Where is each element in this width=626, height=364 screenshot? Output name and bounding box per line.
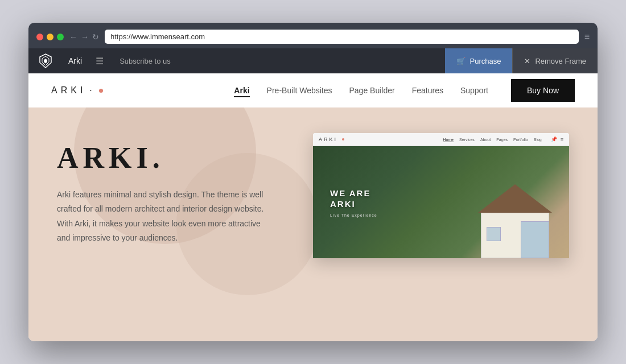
back-button[interactable]: ← (69, 33, 77, 41)
mini-nav-links: Home Services About Pages Portfolio Blog (443, 138, 541, 142)
mini-browser-bar: ARKI Home Services About Pages Portfolio… (313, 133, 569, 146)
minimize-button[interactable] (47, 34, 53, 40)
nav-item-pagebuilder[interactable]: Page Builder (349, 85, 395, 96)
nav-link-pagebuilder[interactable]: Page Builder (349, 86, 395, 95)
nav-item-features[interactable]: Features (412, 85, 443, 96)
mini-nav-services: Services (459, 138, 475, 142)
mini-hero-sub: Live The Experience (330, 213, 377, 217)
nav-link-support[interactable]: Support (460, 86, 488, 95)
nav-item-support[interactable]: Support (460, 85, 488, 96)
mini-icons: 📌 ≡ (551, 136, 563, 142)
close-button[interactable] (36, 34, 43, 40)
site-nav: ARKI · Arki Pre-Built Websites Page Buil… (28, 73, 598, 107)
nav-link-prebuilt[interactable]: Pre-Built Websites (267, 86, 332, 95)
forward-button[interactable]: → (81, 33, 89, 41)
browser-chrome: ← → ↻ ≡ (28, 23, 598, 48)
preview-bar-logo (28, 53, 63, 69)
nav-buttons: ← → ↻ (69, 33, 99, 41)
maximize-button[interactable] (57, 34, 64, 40)
nav-item-prebuilt[interactable]: Pre-Built Websites (267, 85, 332, 96)
website-content: ARKI · Arki Pre-Built Websites Page Buil… (28, 73, 598, 341)
nav-link-arki[interactable]: Arki (234, 86, 249, 97)
hero-section: ARKI. Arki features minimal and stylish … (28, 107, 598, 341)
mini-hero-image: WE AREARKI Live The Experience (313, 146, 569, 258)
site-logo: ARKI · (51, 85, 103, 96)
preview-bar: Arki ☰ Subscribe to us 🛒 Purchase ✕ Remo… (28, 48, 598, 73)
purchase-button[interactable]: 🛒 Purchase (445, 48, 513, 73)
buy-now-button[interactable]: Buy Now (511, 79, 575, 102)
mini-nav-pages: Pages (496, 138, 508, 142)
mini-nav-about: About (480, 138, 491, 142)
svg-marker-2 (44, 59, 47, 64)
hero-right: ARKI Home Services About Pages Portfolio… (313, 130, 569, 258)
nav-link-features[interactable]: Features (412, 86, 443, 95)
site-logo-spacer: · (89, 85, 95, 96)
hero-left: ARKI. Arki features minimal and stylish … (57, 130, 313, 245)
hero-title: ARKI. (57, 142, 313, 174)
cart-icon: 🛒 (456, 57, 466, 65)
site-logo-text: ARKI (51, 85, 86, 96)
mini-nav-blog: Blog (534, 138, 542, 142)
logo-dot (99, 89, 103, 93)
browser-window: ← → ↻ ≡ Arki ☰ Subscribe to us 🛒 Purchas… (28, 23, 598, 341)
nav-item-arki[interactable]: Arki (234, 85, 249, 96)
close-x-icon: ✕ (524, 57, 530, 65)
remove-frame-label: Remove Frame (535, 57, 586, 65)
site-nav-links: Arki Pre-Built Websites Page Builder Fea… (234, 85, 488, 96)
immenseart-logo-icon (38, 53, 53, 69)
remove-frame-button[interactable]: ✕ Remove Frame (512, 48, 598, 73)
mini-logo: ARKI (319, 136, 337, 142)
reload-button[interactable]: ↻ (92, 33, 99, 41)
mini-browser-preview: ARKI Home Services About Pages Portfolio… (313, 133, 569, 258)
mini-content: WE AREARKI Live The Experience (313, 146, 569, 258)
mini-nav-portfolio: Portfolio (513, 138, 528, 142)
browser-menu-icon[interactable]: ≡ (584, 32, 590, 42)
address-bar[interactable] (105, 30, 579, 44)
mini-hero-text: WE AREARKI Live The Experience (330, 188, 377, 217)
mini-logo-dot (342, 138, 344, 140)
mini-nav-home: Home (443, 138, 454, 142)
hero-description: Arki features minimal and stylish design… (57, 188, 273, 245)
preview-bar-subscribe: Subscribe to us (112, 57, 444, 65)
traffic-lights (36, 34, 64, 40)
purchase-label: Purchase (470, 57, 501, 65)
preview-bar-title: Arki (63, 56, 88, 65)
preview-bar-menu-icon[interactable]: ☰ (88, 56, 112, 67)
